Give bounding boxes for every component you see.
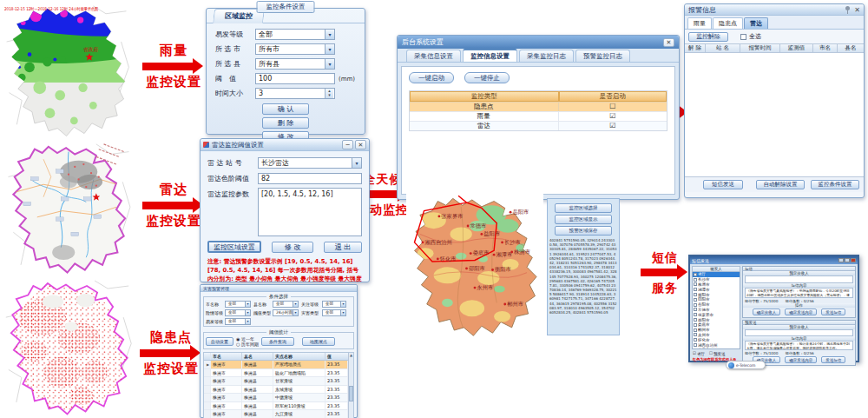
recipient-checkbox[interactable] <box>694 308 697 311</box>
filter1-select[interactable]: 全部▾ <box>225 301 251 308</box>
recipient-checkbox[interactable] <box>694 288 697 291</box>
auto-set-button[interactable]: 自动设置 <box>206 337 233 346</box>
params-textarea[interactable]: [20, 1.5, 4.5, 12, 16] <box>258 188 362 236</box>
recipient-checkbox[interactable] <box>694 293 697 296</box>
tab-collect-log[interactable]: 采集监控日志 <box>519 50 574 62</box>
recipient-item[interactable]: 吉首市 <box>693 348 740 349</box>
radio-history[interactable]: ○ 历年同期 <box>236 342 259 347</box>
city-select[interactable]: 所有市 ▾ <box>255 43 335 55</box>
tab-collect-info[interactable]: 采集信息设置 <box>406 50 461 62</box>
table-row[interactable]: 株洲市株洲县硫化厂地面塌陷23.35 <box>204 369 348 378</box>
recipient-checkbox[interactable] <box>694 338 697 342</box>
table-row[interactable]: 株洲市株洲县跃军村110滑坡23.35 <box>204 402 348 411</box>
table-row[interactable]: 株洲市株洲县中塘滑坡23.35 <box>204 394 348 402</box>
confirm-content-button[interactable]: 确定发送内容 <box>785 356 817 363</box>
table-row[interactable]: 株洲市株洲县九江滑坡23.35 <box>204 410 348 418</box>
tab-warning-log[interactable]: 预警监控日志 <box>575 50 630 62</box>
start-all-button[interactable]: 一键启动 <box>409 72 454 83</box>
area-save-button[interactable]: 预警区域保存 <box>555 226 612 236</box>
tray-messenger-pill[interactable]: e-Telecom <box>726 361 766 369</box>
chevron-down-icon[interactable]: ▾ <box>245 319 250 324</box>
footer-check-province[interactable]: ☑省厅 <box>693 352 705 356</box>
chevron-down-icon[interactable]: ▾ <box>340 302 345 307</box>
filter3-select[interactable]: 全部▾ <box>322 301 346 308</box>
filter5-select[interactable]: 24小时雨量▾ <box>273 309 299 316</box>
monitor-row-danger[interactable]: 隐患点 ☐ <box>410 102 667 111</box>
area-show-button[interactable]: 监控区域显示 <box>555 215 612 224</box>
sms-send-button[interactable]: 短信发送 <box>703 180 743 189</box>
map-plot-button[interactable]: 地图展点 <box>302 337 335 346</box>
recipient-checkbox[interactable] <box>694 318 697 322</box>
confirm-button[interactable]: 确 认 <box>262 103 309 115</box>
chevron-down-icon[interactable]: ▾ <box>325 30 334 39</box>
filter2-select[interactable]: 全部▾ <box>273 301 299 308</box>
recipient-checkbox[interactable] <box>694 278 697 282</box>
auto-release-settings-button[interactable]: 自动解除设置 <box>756 180 805 189</box>
station-select[interactable]: 长沙雷达 ▾ <box>258 157 362 169</box>
recipient-panel-tab[interactable]: 被发人 <box>692 266 740 272</box>
recipient-checkbox[interactable] <box>694 323 697 327</box>
minimize-icon[interactable] <box>838 258 844 262</box>
filter4-select[interactable]: 全部▾ <box>225 309 251 316</box>
color-threshold-input[interactable]: 82 <box>258 173 362 184</box>
confirm-recipients-button[interactable]: 确定接收人 <box>753 309 781 315</box>
sms-content-box[interactable]: 《湖南省地质灾害气象风险预警》：受持续降雨影响，今日20时至明日20时，湘西北部… <box>745 288 853 298</box>
county-select[interactable]: 所有县 ▾ <box>255 58 335 70</box>
delete-button[interactable]: 删 除 <box>262 117 309 129</box>
filter6-select[interactable]: 全部▾ <box>322 309 346 316</box>
confirm-content-button[interactable]: 确定发送内容 <box>785 309 817 315</box>
recipient-checkbox[interactable] <box>694 348 697 349</box>
chevron-down-icon[interactable]: ▾ <box>245 302 250 307</box>
pin-icon[interactable] <box>844 6 852 14</box>
recipient-checkbox[interactable] <box>694 298 697 302</box>
sms-content-box[interactable]: 《湖南省地质灾害气象风险预警》：预计未来24小时，湘北局地有中到大雨，请各单位加… <box>745 341 853 350</box>
level-select[interactable]: 全部 ▾ <box>255 29 335 40</box>
monitor-row-rain[interactable]: 雨量 ☑ <box>410 111 667 121</box>
select-all-checkbox[interactable] <box>740 34 746 40</box>
send-sms-button[interactable]: 发送短信 <box>821 309 845 315</box>
chevron-down-icon[interactable]: ▾ <box>293 310 298 315</box>
table-row[interactable]: 株洲市株洲县甘家滑坡23.35 <box>204 377 348 386</box>
spinner-arrows-icon[interactable]: ▴▾ <box>325 89 333 98</box>
close-icon[interactable] <box>851 258 856 262</box>
monitor-condition-settings-button[interactable]: 监控条件设置 <box>811 180 859 189</box>
chevron-down-icon[interactable]: ▾ <box>325 59 334 69</box>
chevron-down-icon[interactable]: ▾ <box>352 158 361 168</box>
time-spinner[interactable]: 3 ▴▾ <box>255 88 335 99</box>
table-row[interactable]: 株洲市株洲县永城滑坡23.35 <box>204 386 348 395</box>
chevron-down-icon[interactable]: ▾ <box>245 310 250 315</box>
recipient-checkbox[interactable] <box>694 273 697 276</box>
release-monitor-button[interactable]: 监控解除 <box>688 32 728 42</box>
threshold-input[interactable]: 100 <box>255 73 335 84</box>
recipient-list[interactable]: 省厅 长沙市 株洲市 湘潭市 衡阳市 邵阳市 岳阳市 常德市 张家界市 益阳市 … <box>692 272 740 349</box>
radar-modify-button[interactable]: 修 改 <box>272 242 313 253</box>
minimize-icon[interactable]: ─ <box>342 140 353 149</box>
recv-box[interactable] <box>745 275 853 283</box>
recipient-checkbox[interactable] <box>694 303 697 307</box>
close-icon[interactable]: ✕ <box>854 6 860 14</box>
scroll-thumb[interactable] <box>349 386 353 401</box>
send-sms-button[interactable]: 发送短信 <box>821 356 845 363</box>
scroll-up-icon[interactable]: ▲ <box>350 353 352 357</box>
footer-check-presend[interactable]: ☐预发送 <box>709 352 726 356</box>
started-checkbox[interactable]: ☑ <box>559 112 667 121</box>
maximize-icon[interactable] <box>845 258 850 262</box>
chevron-down-icon[interactable]: ▾ <box>293 302 298 307</box>
recipient-checkbox[interactable] <box>694 343 697 347</box>
area-select-button[interactable]: 监控区域选择 <box>555 203 612 213</box>
close-icon[interactable]: ✕ <box>355 140 366 149</box>
recipient-checkbox[interactable] <box>694 333 697 336</box>
tab-radar[interactable]: 雷达 <box>744 17 768 29</box>
started-checkbox[interactable]: ☐ <box>559 103 667 111</box>
recipient-checkbox[interactable] <box>694 282 697 286</box>
recv-box[interactable] <box>745 329 853 336</box>
filter7-select[interactable]: 全部▾ <box>225 318 251 325</box>
recipient-checkbox[interactable] <box>694 328 697 332</box>
condition-query-button[interactable]: 条件查询 <box>261 337 294 346</box>
tab-rain[interactable]: 雨量 <box>687 17 712 29</box>
table-scrollbar[interactable]: ▲ ▼ <box>348 353 353 418</box>
radar-exit-button[interactable]: 退 出 <box>324 242 362 253</box>
tab-danger-point[interactable]: 隐患点 <box>713 17 743 29</box>
close-icon[interactable]: ✕ <box>663 38 674 47</box>
recipient-checkbox[interactable] <box>694 313 697 316</box>
